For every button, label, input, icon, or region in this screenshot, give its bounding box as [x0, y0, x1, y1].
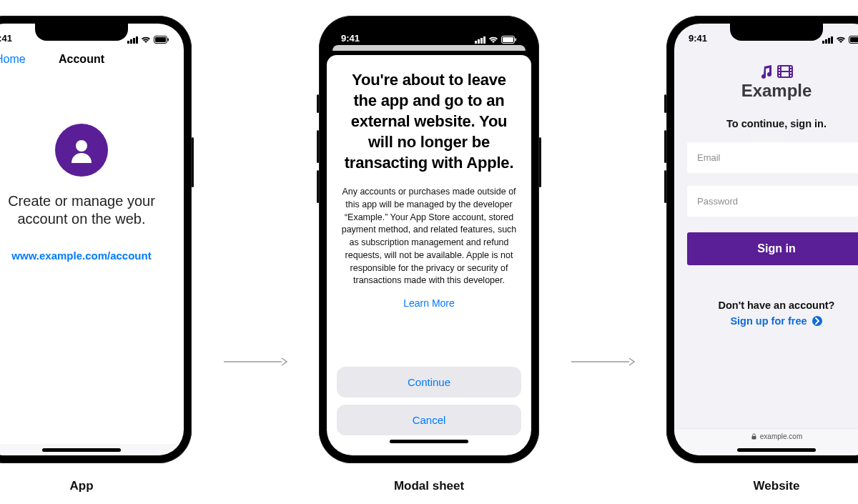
modal-body-text: Any accounts or purchases made outside o…	[337, 186, 521, 287]
email-field[interactable]: Email	[687, 142, 858, 173]
status-icons	[822, 36, 858, 44]
learn-more-link[interactable]: Learn More	[337, 297, 521, 309]
svg-rect-3	[136, 36, 138, 44]
status-time: 9:41	[689, 33, 707, 44]
safari-url-text: example.com	[760, 433, 802, 440]
home-indicator	[0, 444, 184, 455]
svg-point-7	[76, 140, 87, 152]
brand-name: Example	[741, 81, 812, 101]
password-field[interactable]: Password	[687, 186, 858, 217]
film-icon	[777, 65, 793, 78]
svg-rect-12	[483, 36, 485, 44]
status-icons	[475, 36, 517, 44]
flow-arrow-icon	[571, 357, 635, 367]
arrow-circle-right-icon	[812, 315, 823, 327]
svg-rect-19	[828, 38, 830, 44]
nav-back-button[interactable]: Home	[0, 53, 26, 66]
svg-point-32	[812, 316, 822, 326]
status-time: 9:41	[341, 33, 360, 44]
svg-rect-1	[130, 39, 132, 44]
signup-link[interactable]: Sign up for free	[730, 315, 822, 327]
status-time: 9:41	[0, 33, 12, 44]
svg-rect-10	[478, 39, 480, 44]
svg-rect-5	[155, 37, 166, 42]
brand-logo-icons	[760, 65, 793, 79]
svg-rect-6	[168, 39, 169, 41]
caption-website: Website	[754, 479, 800, 493]
svg-rect-11	[480, 38, 483, 44]
svg-rect-33	[751, 436, 756, 440]
caption-app: App	[69, 479, 93, 493]
nav-title: Account	[0, 53, 184, 66]
caption-modal: Modal sheet	[394, 479, 464, 493]
phone-frame-website: 9:41 Example To continue, s	[666, 16, 858, 463]
status-bar: 9:41	[327, 24, 531, 45]
signup-link-label: Sign up for free	[730, 315, 807, 327]
safari-url-bar[interactable]: example.com	[674, 428, 858, 444]
lock-icon	[751, 433, 757, 440]
modal-sheet: You're about to leave the app and go to …	[327, 55, 531, 455]
cancel-button[interactable]: Cancel	[337, 405, 521, 435]
status-bar: 9:41	[674, 24, 858, 45]
svg-rect-15	[516, 39, 517, 41]
status-bar: 9:41	[0, 24, 184, 45]
svg-rect-14	[503, 37, 513, 42]
flow-arrow-icon	[223, 357, 287, 367]
no-account-label: Don't have an account?	[719, 300, 835, 311]
sheet-behind-card	[332, 45, 526, 51]
nav-bar: Home Account	[0, 45, 184, 74]
signin-button[interactable]: Sign in	[687, 232, 858, 265]
status-icons	[127, 36, 169, 44]
home-indicator	[674, 444, 858, 455]
continue-button[interactable]: Continue	[337, 367, 521, 397]
signin-subtitle: To continue, sign in.	[726, 118, 827, 129]
svg-rect-22	[850, 37, 858, 42]
nav-back-label: Home	[0, 53, 26, 66]
svg-rect-17	[822, 41, 824, 44]
svg-rect-0	[127, 41, 129, 44]
modal-headline: You're about to leave the app and go to …	[337, 66, 521, 173]
phone-frame-app: 9:41 Home Account	[0, 16, 192, 463]
avatar-icon	[55, 124, 108, 177]
phone-frame-modal: 9:41 You're about to leave the app and g…	[319, 16, 539, 463]
svg-rect-9	[475, 41, 477, 44]
svg-rect-20	[831, 36, 833, 44]
svg-rect-18	[825, 39, 827, 44]
svg-rect-2	[133, 38, 135, 44]
account-web-link[interactable]: www.example.com/account	[11, 249, 151, 262]
home-indicator	[337, 435, 521, 447]
music-note-icon	[760, 65, 773, 79]
account-body-text: Create or manage your account on the web…	[6, 192, 157, 228]
